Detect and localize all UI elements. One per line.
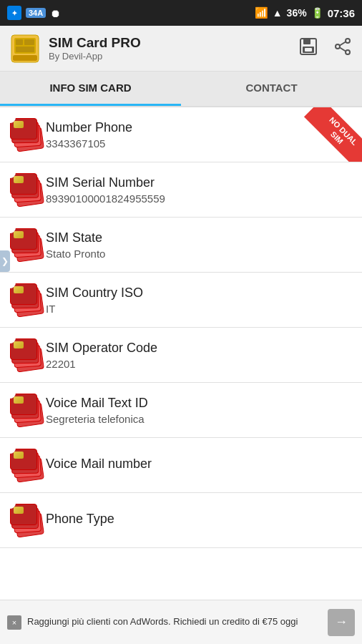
sim-card-icon [10, 502, 46, 539]
save-icon [299, 37, 318, 56]
battery-icon: 🔋 [311, 7, 323, 19]
item-text: Voice Mail number [46, 456, 352, 474]
tab-bar: INFO SIM CARD CONTACT [0, 72, 362, 107]
ad-close-button[interactable]: × [7, 615, 21, 630]
status-left: ✦ 34A ⏺ [7, 6, 61, 20]
app-title-group: SIM Card PRO By Devil-App [49, 35, 141, 62]
save-button[interactable] [299, 37, 318, 60]
svg-rect-5 [13, 55, 37, 61]
app-bar-left: SIM Card PRO By Devil-App [10, 34, 141, 64]
tab-contact[interactable]: CONTACT [181, 72, 362, 106]
sim-info-content: Number Phone 3343367105 NO DUALSIM SIM S… [0, 107, 362, 600]
item-value: Stato Pronto [46, 248, 352, 260]
sim-app-icon [10, 34, 40, 64]
app-title: SIM Card PRO [49, 35, 141, 52]
item-label: SIM Serial Number [46, 175, 352, 191]
svg-point-12 [336, 44, 340, 49]
item-text: SIM State Stato Pronto [46, 230, 352, 260]
sim-card-icon [10, 391, 46, 429]
svg-point-13 [346, 50, 350, 54]
item-label: Phone Type [46, 511, 352, 527]
item-label: Voice Mail Text ID [46, 395, 352, 411]
clock: 07:36 [328, 7, 355, 19]
item-text: SIM Serial Number 89390100001824955559 [46, 175, 352, 205]
item-label: SIM State [46, 230, 352, 246]
svg-point-11 [346, 39, 350, 43]
status-right: 📶 ▲ 36% 🔋 07:36 [255, 6, 355, 19]
svg-line-15 [340, 47, 346, 51]
item-value: 3343367105 [46, 137, 352, 150]
svg-rect-3 [24, 39, 34, 45]
ad-arrow-button[interactable]: → [328, 609, 355, 636]
dropbox-icon: ✦ [7, 6, 21, 20]
item-value: Segreteria telefonica [46, 413, 352, 425]
sim-card-icon [10, 226, 46, 263]
list-item: SIM Country ISO IT [0, 273, 362, 328]
list-item: SIM State Stato Pronto [0, 218, 362, 273]
list-item: SIM Operator Code 22201 [0, 328, 362, 383]
item-value: IT [46, 303, 352, 315]
sim-card-icon [10, 336, 46, 374]
svg-rect-10 [305, 48, 312, 52]
sim-card-icon [10, 116, 46, 153]
scroll-handle[interactable]: ❯ [0, 250, 10, 272]
status-bar: ✦ 34A ⏺ 📶 ▲ 36% 🔋 07:36 [0, 0, 362, 26]
svg-line-14 [340, 42, 346, 45]
ad-text: Raggiungi più clienti con AdWords. Richi… [27, 615, 322, 628]
sim-card-icon [10, 447, 46, 484]
item-text: Voice Mail Text ID Segreteria telefonica [46, 395, 352, 425]
sim-card-icon [10, 171, 46, 208]
svg-rect-4 [16, 47, 34, 52]
item-label: Number Phone [46, 119, 352, 136]
item-label: Voice Mail number [46, 456, 352, 472]
item-value: 89390100001824955559 [46, 192, 352, 205]
signal-icon: ▲ [273, 7, 283, 19]
item-value: 22201 [46, 358, 352, 370]
app-bar-actions [299, 37, 352, 60]
list-item: Voice Mail number [0, 438, 362, 493]
ad-banner: × Raggiungi più clienti con AdWords. Ric… [0, 600, 362, 644]
list-item: Number Phone 3343367105 NO DUALSIM [0, 107, 362, 162]
item-text: Number Phone 3343367105 [46, 119, 352, 150]
svg-rect-2 [16, 39, 23, 45]
list-item: SIM Serial Number 89390100001824955559 [0, 162, 362, 218]
list-item: Voice Mail Text ID Segreteria telefonica [0, 383, 362, 438]
item-label: SIM Country ISO [46, 285, 352, 301]
battery-percent: 36% [287, 7, 307, 19]
item-text: Phone Type [46, 511, 352, 529]
svg-rect-8 [303, 39, 310, 44]
status-badge: 34A [26, 8, 46, 18]
scroll-arrow-icon: ❯ [1, 256, 9, 266]
app-bar: SIM Card PRO By Devil-App [0, 26, 362, 72]
sim-card-icon [10, 281, 46, 318]
item-label: SIM Operator Code [46, 340, 352, 356]
item-text: SIM Country ISO IT [46, 285, 352, 315]
app-subtitle: By Devil-App [49, 51, 141, 62]
tab-info-sim-card[interactable]: INFO SIM CARD [0, 72, 181, 106]
list-item: Phone Type [0, 493, 362, 548]
wifi-icon: 📶 [255, 6, 268, 19]
share-button[interactable] [333, 37, 352, 60]
item-text: SIM Operator Code 22201 [46, 340, 352, 370]
recording-icon: ⏺ [50, 7, 61, 19]
share-icon [333, 37, 352, 56]
